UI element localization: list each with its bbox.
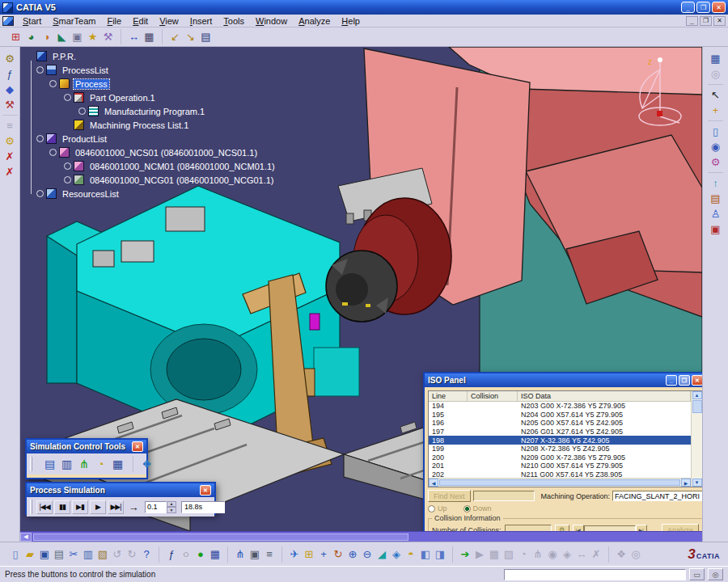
menu-view[interactable]: View — [154, 16, 184, 26]
step-forward-button[interactable]: ▶▮ — [72, 500, 88, 514]
iso-table-header[interactable]: Line Collision ISO Data — [429, 391, 691, 402]
sim-tools-close-button[interactable]: ✕ — [132, 441, 143, 452]
assign-resource-icon[interactable]: ◣ — [54, 29, 70, 44]
mdi-restore-button[interactable]: ❐ — [700, 16, 712, 26]
menu-file[interactable]: File — [101, 16, 127, 26]
delete-resource-icon[interactable]: ✗ — [2, 164, 18, 179]
process-view-icon[interactable]: ⊞ — [8, 29, 23, 44]
help-icon[interactable]: ? — [139, 546, 154, 563]
tree-item-0846001000-ncm01-0846001000-ncm01-1[interactable]: 0846001000_NCM01 (0846001000_NCM01.1) — [25, 159, 277, 173]
menu-window[interactable]: Window — [250, 16, 293, 26]
sim-analysis-icon[interactable]: ❖ — [138, 456, 155, 472]
rotate-icon[interactable]: ↻ — [331, 546, 345, 563]
undo-icon[interactable]: ↺ — [110, 546, 125, 563]
tree-expander[interactable] — [36, 135, 44, 142]
toolbar-grip[interactable] — [30, 457, 32, 471]
paste-icon[interactable]: ▧ — [95, 546, 110, 563]
tree-item-process[interactable]: Process — [25, 77, 277, 91]
operator-out-icon[interactable]: ↘ — [183, 29, 198, 44]
column-collision[interactable]: Collision — [468, 391, 518, 401]
tree-item-p-p-r[interactable]: P.P.R. — [25, 49, 277, 63]
status-dial-button[interactable]: ◎ — [708, 568, 723, 580]
person-status-icon[interactable]: ● — [193, 546, 208, 563]
compass-3d[interactable]: z — [621, 48, 694, 133]
tree-expander[interactable] — [49, 149, 57, 156]
minimize-button[interactable]: _ — [681, 2, 695, 13]
column-iso-data[interactable]: ISO Data — [518, 391, 691, 401]
tree-expander[interactable] — [78, 108, 86, 115]
operator-in-icon[interactable]: ↙ — [167, 29, 183, 44]
record-icon[interactable]: ◉ — [545, 546, 560, 563]
spinner-up-icon[interactable]: ▲ — [167, 501, 176, 508]
sim-tools-titlebar[interactable]: Simulation Control Tools ✕ — [27, 440, 146, 453]
play-button[interactable]: ▶ — [90, 500, 106, 514]
search-down-radio[interactable]: Down — [463, 504, 492, 512]
machining-operation-field[interactable] — [612, 491, 702, 501]
vp-scroll-left-icon[interactable]: ◀ — [20, 533, 32, 542]
spinner-down-icon[interactable]: ▼ — [167, 507, 176, 513]
delete-operation-icon[interactable]: ✗ — [2, 149, 18, 164]
print-icon[interactable]: ▤ — [52, 546, 66, 563]
formula-icon[interactable]: ƒ — [2, 66, 18, 82]
toolbar-grip[interactable] — [30, 500, 32, 514]
menu-start[interactable]: Start — [17, 16, 47, 26]
tree-item-part-operation-1[interactable]: Part Operation.1 — [25, 91, 277, 104]
iso-table-row[interactable]: 198N207 X-32.386 Y5 Z42.905 — [429, 436, 691, 445]
tree-expander[interactable] — [64, 176, 71, 183]
pause-button[interactable]: ▮▮ — [54, 500, 70, 514]
scroll-right-icon[interactable]: ▶ — [681, 479, 691, 487]
collision-analyze-icon[interactable]: ◔ — [516, 546, 531, 563]
workbench-analysis-icon[interactable]: ▣ — [708, 221, 723, 237]
tree-item-0846001000-ncs01-0846001000-ncs01-1[interactable]: 0846001000_NCS01 (0846001000_NCS01.1) — [25, 146, 277, 159]
tree-expander[interactable] — [36, 190, 44, 197]
find-next-button[interactable]: Find Next — [428, 490, 471, 502]
menu-edit[interactable]: Edit — [127, 16, 154, 26]
tree-item-productlist[interactable]: ProductList — [25, 132, 277, 146]
catia-menu-icon[interactable] — [2, 16, 14, 26]
h-scroll-thumb[interactable] — [439, 479, 680, 486]
select-arrow-icon[interactable]: ↖ — [708, 87, 723, 103]
sim-film2-icon[interactable]: ▦ — [109, 456, 126, 472]
open-folder-icon[interactable]: ▰ — [23, 546, 37, 563]
tools-red-icon[interactable]: ⚒ — [2, 97, 18, 112]
v-scroll-thumb[interactable] — [692, 400, 702, 413]
redo-icon[interactable]: ↻ — [125, 546, 139, 563]
eraser-icon[interactable]: ◆ — [2, 82, 18, 97]
process-playback-icon[interactable]: ➔ — [458, 546, 472, 563]
search-up-radio[interactable]: Up — [428, 504, 447, 512]
fly-mode-icon[interactable]: ✈ — [287, 546, 302, 563]
track-icon[interactable]: ▧ — [502, 546, 516, 563]
restore-button[interactable]: ❐ — [696, 2, 710, 13]
viewport-3d[interactable]: 90 100 z P.P.R.ProcessListProcessPart Op… — [20, 47, 702, 542]
report-icon[interactable]: ▤ — [708, 191, 723, 206]
iso-view-icon[interactable]: ◈ — [389, 546, 404, 563]
iso-table-row[interactable]: 194N203 G00 X-72.386 Y5 Z79.905 — [429, 402, 691, 411]
measure-span-icon[interactable]: ↔ — [126, 29, 142, 44]
tree-item-manufacturing-program-1[interactable]: Manufacturing Program.1 — [25, 104, 277, 118]
hide-show-icon[interactable]: ◧ — [418, 546, 433, 563]
process-sim-close-button[interactable]: ✕ — [200, 485, 211, 496]
iso-table-row[interactable]: 195N204 G00 X57.614 Y5 Z79.905 — [429, 411, 691, 420]
publish-icon[interactable]: ↑ — [708, 175, 723, 191]
iso-horizontal-scrollbar[interactable]: ◀ ▶ — [429, 478, 691, 487]
pathfinder-icon[interactable]: ⋔ — [531, 546, 545, 563]
tree-expander[interactable] — [64, 162, 71, 170]
jump-arrow-icon[interactable]: → — [125, 500, 142, 514]
menu-insert[interactable]: Insert — [184, 16, 218, 26]
menu-analyze[interactable]: Analyze — [293, 16, 336, 26]
simulation-time-field[interactable] — [181, 501, 225, 513]
tree-expander[interactable] — [64, 94, 71, 101]
mdi-close-button[interactable]: ✕ — [713, 16, 726, 26]
iso-vertical-scrollbar[interactable]: ▲ ▼ — [691, 391, 702, 487]
go-to-start-button[interactable]: |◀◀ — [36, 500, 53, 514]
lock-icon[interactable]: ▣ — [248, 546, 262, 563]
tree-item-machining-process-list-1[interactable]: Machining Process List.1 — [25, 118, 277, 132]
viewport-horizontal-scrollbar[interactable]: ◀ — [20, 531, 702, 542]
process-sim-titlebar[interactable]: Process Simulation ✕ — [27, 483, 214, 497]
normal-view-icon[interactable]: ◢ — [375, 546, 389, 563]
camera-icon[interactable]: ◉ — [708, 139, 723, 154]
menu-help[interactable]: Help — [336, 16, 366, 26]
scroll-down-icon[interactable]: ▼ — [692, 479, 702, 487]
go-to-end-button[interactable]: ▶▶| — [108, 500, 124, 514]
iso-table-row[interactable]: 197N206 G01 X27.614 Y5 Z42.905 — [429, 428, 691, 436]
